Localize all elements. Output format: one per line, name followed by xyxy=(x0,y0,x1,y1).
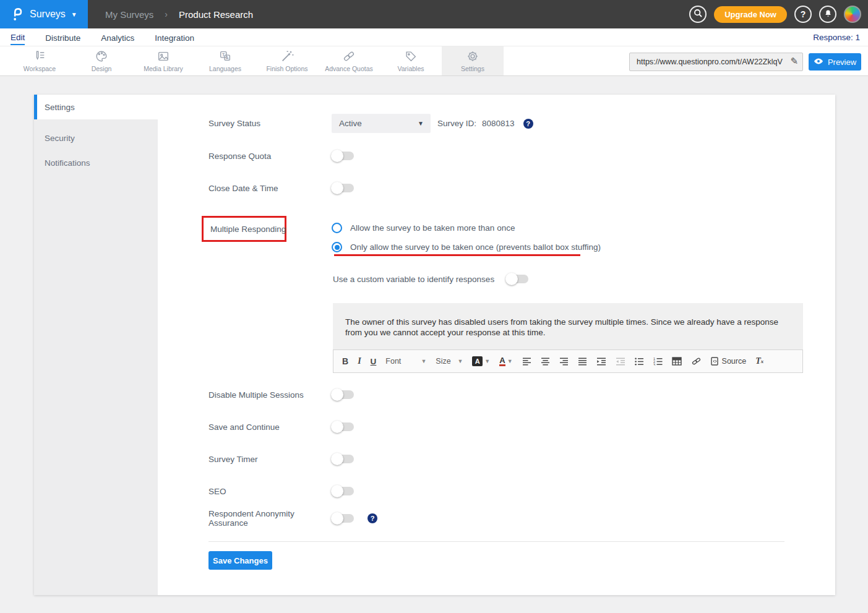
sidebar-item-notifications[interactable]: Notifications xyxy=(34,150,158,175)
close-date-row: Close Date & Time xyxy=(208,179,784,197)
bullet-list-button[interactable] xyxy=(635,358,644,366)
toolbar-item-advance-quotas[interactable]: Advance Quotas xyxy=(318,46,380,75)
help-icon[interactable]: ? xyxy=(523,119,533,129)
underline-button[interactable]: U xyxy=(371,357,377,366)
background-color-icon: A xyxy=(472,356,483,366)
respondent-anonymity-toggle[interactable] xyxy=(332,514,354,523)
outdent-button[interactable] xyxy=(616,358,625,366)
page-body: Settings Security Notifications Survey S… xyxy=(0,76,868,613)
table-button[interactable] xyxy=(672,357,682,366)
toolbar-item-workspace[interactable]: Workspace xyxy=(9,46,71,75)
search-button[interactable] xyxy=(689,6,707,23)
toolbar-item-variables[interactable]: Variables xyxy=(380,46,442,75)
sidebar-item-security[interactable]: Security xyxy=(34,126,158,150)
size-select[interactable]: Size ▼ xyxy=(436,357,463,366)
response-quota-toggle[interactable] xyxy=(332,152,354,160)
tab-analytics[interactable]: Analytics xyxy=(101,30,134,45)
response-count[interactable]: Response: 1 xyxy=(813,33,860,42)
link-icon[interactable] xyxy=(691,357,702,366)
editor-toolbar: B I U Font ▼ Size ▼ A ▼ A ▼ xyxy=(333,349,803,373)
bold-button[interactable]: B xyxy=(342,356,348,366)
notifications-button[interactable] xyxy=(819,6,836,23)
save-and-continue-row: Save and Continue xyxy=(208,418,784,435)
wand-icon xyxy=(280,49,294,63)
search-icon xyxy=(694,9,703,20)
active-indicator xyxy=(34,95,37,119)
svg-text:3: 3 xyxy=(653,362,655,366)
editor-message[interactable]: The owner of this survey has disabled us… xyxy=(333,303,803,349)
close-date-label: Close Date & Time xyxy=(208,184,332,193)
survey-id-label: Survey ID: xyxy=(437,119,476,128)
edit-toolbar: Workspace Design Media Library TA Langua… xyxy=(0,46,868,76)
source-button[interactable]: Source xyxy=(711,357,747,366)
top-header: Surveys ▼ My Surveys › Product Research … xyxy=(0,0,868,28)
breadcrumb-parent[interactable]: My Surveys xyxy=(105,9,153,20)
chevron-down-icon: ▼ xyxy=(71,11,77,18)
bell-icon xyxy=(823,9,833,20)
background-color-button[interactable]: A ▼ xyxy=(472,356,490,366)
survey-status-row: Survey Status Active ▼ Survey ID: 808081… xyxy=(208,114,784,133)
survey-timer-row: Survey Timer xyxy=(208,450,784,468)
toolbar-item-languages[interactable]: TA Languages xyxy=(194,46,256,75)
custom-variable-toggle[interactable] xyxy=(506,275,528,283)
align-left-button[interactable] xyxy=(522,358,531,366)
help-button[interactable]: ? xyxy=(794,6,812,23)
tab-integration[interactable]: Integration xyxy=(155,30,194,45)
save-and-continue-toggle[interactable] xyxy=(332,422,354,431)
help-icon[interactable]: ? xyxy=(367,513,377,523)
brand-label: Surveys xyxy=(30,9,66,20)
tab-distribute[interactable]: Distribute xyxy=(45,30,80,45)
translate-icon: TA xyxy=(218,49,232,63)
response-quota-row: Response Quota xyxy=(208,147,784,165)
seo-toggle[interactable] xyxy=(332,487,354,495)
chevron-down-icon: ▼ xyxy=(418,120,424,127)
surveys-menu[interactable]: Surveys ▼ xyxy=(0,0,88,28)
radio-allow-multiple[interactable]: Allow the survey to be taken more than o… xyxy=(332,218,601,238)
survey-timer-toggle[interactable] xyxy=(332,455,354,463)
tab-edit[interactable]: Edit xyxy=(11,30,25,45)
survey-url-input[interactable] xyxy=(629,53,803,71)
help-icon: ? xyxy=(801,9,806,19)
align-center-button[interactable] xyxy=(541,358,550,366)
toolbar-item-finish-options[interactable]: Finish Options xyxy=(256,46,318,75)
survey-id-value: 8080813 xyxy=(482,119,515,128)
justify-button[interactable] xyxy=(578,358,587,366)
chevron-down-icon: ▼ xyxy=(421,358,426,364)
edit-url-pencil-icon[interactable]: ✎ xyxy=(790,56,798,67)
upgrade-now-button[interactable]: Upgrade Now xyxy=(714,6,787,23)
radio-checked-icon[interactable] xyxy=(332,242,342,252)
survey-url-group: ✎ xyxy=(629,53,803,71)
disable-multiple-sessions-toggle[interactable] xyxy=(332,390,354,399)
survey-status-select[interactable]: Active ▼ xyxy=(332,114,431,133)
message-editor: The owner of this survey has disabled us… xyxy=(333,303,803,373)
red-underline-annotation xyxy=(334,254,580,256)
align-right-button[interactable] xyxy=(559,358,569,366)
multiple-responding-annotation-box: Multiple Responding xyxy=(202,216,286,242)
sidebar-item-settings[interactable]: Settings xyxy=(34,95,158,119)
respondent-anonymity-row: Respondent Anonymity Assurance ? xyxy=(208,510,784,527)
preview-button[interactable]: Preview xyxy=(809,53,861,71)
toolbar-item-media-library[interactable]: Media Library xyxy=(132,46,194,75)
multiple-responding-options: Allow the survey to be taken more than o… xyxy=(332,218,601,257)
italic-button[interactable]: I xyxy=(358,356,361,366)
text-color-button[interactable]: A ▼ xyxy=(499,356,512,366)
indent-button[interactable] xyxy=(596,358,606,366)
numbered-list-button[interactable]: 123 xyxy=(653,358,663,366)
remove-format-button[interactable]: Tx xyxy=(755,356,763,366)
save-changes-button[interactable]: Save Changes xyxy=(208,551,272,570)
tag-icon xyxy=(404,49,418,63)
response-quota-label: Response Quota xyxy=(208,152,332,161)
chevron-down-icon: ▼ xyxy=(457,358,463,364)
font-select[interactable]: Font ▼ xyxy=(385,357,426,366)
close-date-toggle[interactable] xyxy=(332,184,354,192)
breadcrumb-separator-icon: › xyxy=(165,9,168,19)
toolbar-item-settings[interactable]: Settings xyxy=(442,46,504,75)
radio-icon[interactable] xyxy=(332,223,342,233)
avatar[interactable] xyxy=(844,6,861,23)
image-icon xyxy=(157,49,170,63)
toolbar-item-design[interactable]: Design xyxy=(71,46,132,75)
text-color-icon: A xyxy=(499,356,505,366)
header-actions: Upgrade Now ? xyxy=(689,0,861,28)
breadcrumb-current: Product Research xyxy=(179,9,253,20)
custom-variable-row: Use a custom variable to identify respon… xyxy=(333,270,784,288)
